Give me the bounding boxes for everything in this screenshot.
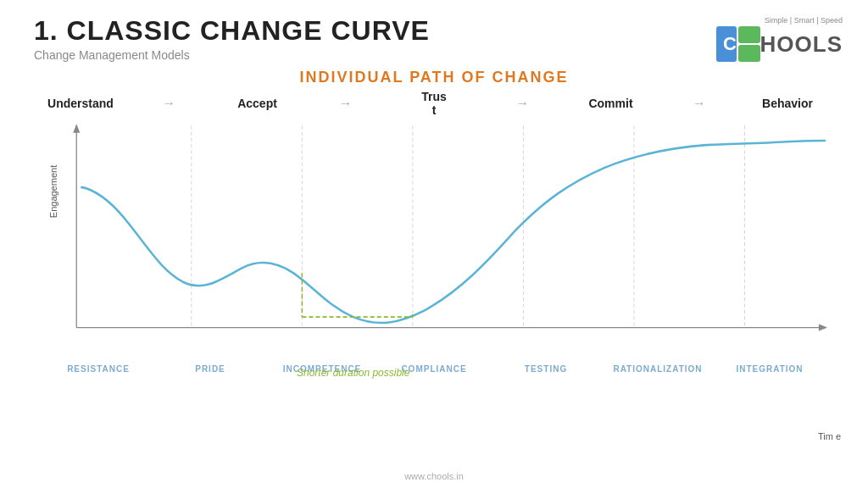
bottom-label-rationalization: RATIONALIZATION: [602, 364, 714, 374]
chart-svg: [25, 117, 843, 363]
logo-row: C HOOLS: [716, 26, 843, 62]
svg-rect-1: [738, 26, 760, 43]
arrow-2: →: [339, 96, 353, 111]
stage-understand: Understand: [47, 97, 114, 110]
x-axis-label: Tim e: [818, 431, 841, 441]
svg-marker-15: [819, 324, 827, 330]
footer: www.chools.in: [0, 471, 868, 481]
arrow-4: →: [693, 96, 706, 111]
chart-area: Shorter duration possible: [25, 117, 843, 363]
arrow-3: →: [515, 96, 529, 111]
header: 1. CLASSIC CHANGE CURVE Change Managemen…: [0, 0, 868, 62]
stage-accept: Accept: [224, 97, 292, 110]
arrow-1: →: [162, 96, 175, 111]
bottom-label-integration: INTEGRATION: [714, 364, 826, 374]
title-block: 1. CLASSIC CHANGE CURVE Change Managemen…: [34, 15, 430, 62]
svg-marker-13: [73, 124, 80, 132]
footer-url: www.chools.in: [404, 471, 464, 481]
logo-text: HOOLS: [760, 33, 843, 55]
bottom-label-resistance: RESISTANCE: [42, 364, 154, 374]
stage-commit: Commit: [577, 97, 645, 110]
shorter-label: Shorter duration possible: [297, 367, 409, 379]
stages-row: Understand → Accept → Trust → Commit → B…: [0, 90, 868, 117]
subtitle: Change Management Models: [34, 48, 430, 62]
main-title: 1. CLASSIC CHANGE CURVE: [34, 15, 430, 47]
stage-behavior: Behavior: [754, 97, 821, 110]
logo-tagline: Simple | Smart | Speed: [765, 15, 843, 26]
bottom-label-pride: PRIDE: [154, 364, 266, 374]
bottom-label-testing: TESTING: [490, 364, 602, 374]
svg-rect-2: [738, 45, 760, 62]
stage-trust: Trust: [400, 90, 468, 117]
logo-wrapper: Simple | Smart | Speed C HOOLS: [716, 15, 843, 62]
chart-title: INDIVIDUAL PATH OF CHANGE: [0, 69, 868, 86]
svg-text:C: C: [723, 33, 737, 54]
logo-icon: C: [716, 26, 760, 62]
bottom-labels: RESISTANCE PRIDE INCOMPETENCE COMPLIANCE…: [0, 364, 868, 374]
